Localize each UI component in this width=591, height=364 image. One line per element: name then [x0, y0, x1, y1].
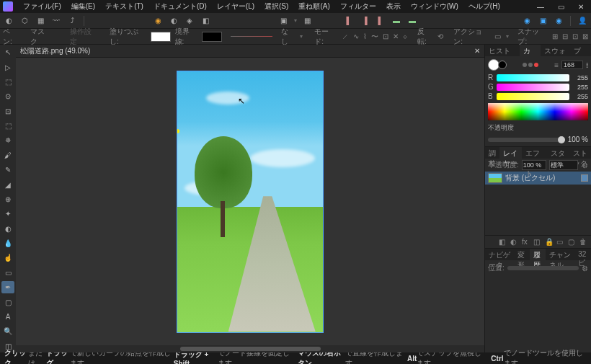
hex-input[interactable] — [561, 61, 583, 69]
crop-preset-icon[interactable]: ◧ — [200, 15, 211, 27]
tab-channels[interactable]: チャンネル — [546, 249, 574, 260]
mode-icon2[interactable]: ∿ — [353, 32, 359, 40]
tab-color[interactable]: カラー — [520, 45, 541, 56]
minimize-button[interactable]: — — [533, 3, 548, 11]
action-icon[interactable]: ▭ — [494, 32, 501, 40]
color-wheel-icon[interactable]: ◉ — [152, 15, 164, 27]
hue-strip[interactable] — [488, 103, 588, 120]
export-persona-icon[interactable]: ⤴ — [66, 15, 78, 27]
snap-icon2[interactable]: ⊟ — [562, 32, 568, 40]
horizontal-scrollbar[interactable] — [16, 345, 484, 352]
opacity-slider[interactable] — [488, 138, 565, 142]
mode-icon6[interactable]: ✕ — [393, 32, 399, 40]
viewport[interactable]: ↖ — [16, 58, 484, 345]
r-slider[interactable] — [497, 74, 569, 81]
eyedropper-icon[interactable]: ⁞ — [586, 61, 588, 69]
develop-persona-icon[interactable]: ▦ — [35, 15, 46, 27]
inpaint-tool[interactable]: ✦ — [1, 208, 14, 220]
history-settings-icon[interactable]: ⚙ — [582, 265, 588, 272]
b-slider[interactable] — [497, 93, 569, 100]
brush-tool[interactable]: ✎ — [1, 164, 14, 176]
marquee-tool[interactable]: ⬚ — [1, 120, 14, 132]
zoom-tool[interactable]: 🔍 — [1, 325, 14, 337]
clone-tool[interactable]: ⊕ — [1, 193, 14, 205]
help-icon[interactable]: ◉ — [553, 15, 564, 27]
tab-brush[interactable]: ブラシ — [570, 45, 591, 56]
border-swatch[interactable] — [202, 32, 221, 42]
liquify-persona-icon[interactable]: ⬡ — [19, 15, 30, 27]
lock-icon[interactable]: 🔒 — [545, 238, 554, 247]
arrange-icon[interactable]: ▣ — [277, 15, 289, 27]
layer-visibility-toggle[interactable] — [581, 174, 588, 182]
smudge-tool[interactable]: ☝ — [1, 252, 14, 264]
mode-icon[interactable]: ⟋ — [342, 32, 349, 40]
mode-icon7[interactable]: ⟐ — [403, 32, 407, 40]
adjust-layer-icon[interactable]: ◐ — [510, 238, 519, 247]
crop-tool[interactable]: ⊡ — [1, 105, 14, 117]
menu-edit[interactable]: 編集(E) — [67, 0, 99, 13]
snap-icon3[interactable]: ⊡ — [572, 32, 578, 40]
menu-document[interactable]: ドキュメント(D) — [149, 0, 211, 13]
assistant-icon[interactable]: ◉ — [521, 15, 533, 27]
node-handle[interactable] — [177, 129, 179, 133]
tone-persona-icon[interactable]: 〰 — [50, 15, 62, 27]
align-right-icon[interactable]: ▌ — [375, 15, 386, 27]
layer-item[interactable]: 背景 (ピクセル) — [485, 172, 591, 185]
menu-help[interactable]: ヘルプ(H) — [464, 0, 505, 13]
add-layer-icon[interactable]: ▢ — [568, 238, 577, 247]
tab-swatch[interactable]: スウォッチ — [541, 45, 570, 56]
account-icon[interactable]: 👤 — [577, 15, 588, 27]
node-tool[interactable]: ▷ — [1, 61, 14, 73]
adjust-icon[interactable]: ◈ — [184, 15, 195, 27]
background-color[interactable] — [498, 61, 507, 69]
art-text-tool[interactable]: ⬚ — [1, 76, 14, 88]
tab-32bit[interactable]: 32ビ — [574, 249, 591, 260]
document-tab[interactable]: 松陽道路.png (49.0%) ✕ — [16, 45, 484, 58]
tab-history[interactable]: 履歴 — [530, 249, 546, 260]
menu-arrange[interactable]: 重ね順(A) — [294, 0, 334, 13]
shape-tool[interactable]: ▢ — [1, 296, 14, 308]
color-mode-dots[interactable] — [523, 63, 538, 67]
mode-icon4[interactable]: 〜 — [371, 32, 378, 42]
align-center-icon[interactable]: ▐ — [359, 15, 370, 27]
tab-histogram[interactable]: ヒストグラム — [485, 45, 520, 56]
tab-transform[interactable]: 変形 — [514, 249, 530, 260]
selection-brush-tool[interactable]: 🖌 — [1, 149, 14, 161]
close-button[interactable]: ✕ — [574, 3, 588, 11]
layer-menu-icon[interactable]: ⚙ — [582, 161, 588, 169]
photo-persona-icon[interactable]: ◐ — [3, 15, 14, 27]
align-left-icon[interactable]: ▌ — [343, 15, 355, 27]
dodge-tool[interactable]: ◐ — [1, 223, 14, 235]
group-icon[interactable]: ▭ — [556, 238, 565, 247]
stock-icon[interactable]: ▣ — [537, 15, 548, 27]
menu-file[interactable]: ファイル(F) — [19, 0, 66, 13]
fill-swatch[interactable] — [151, 32, 170, 42]
tab-navigator[interactable]: ナビゲータ — [485, 249, 514, 260]
mode-icon3[interactable]: ⌇ — [363, 32, 367, 40]
tab-effects[interactable]: エフェクト — [522, 147, 548, 159]
blend-icon[interactable]: ◫ — [533, 238, 542, 247]
stroke-preview[interactable] — [231, 36, 272, 37]
history-slider[interactable] — [507, 266, 579, 270]
distribute-h-icon[interactable]: ▬ — [391, 15, 402, 27]
menu-view[interactable]: 表示 — [382, 0, 405, 13]
move-tool[interactable]: ↖ — [1, 46, 14, 58]
color-picker-tool[interactable]: ⊙ — [1, 90, 14, 102]
blend-mode-select[interactable] — [549, 160, 578, 170]
snap-icon[interactable]: ⊞ — [552, 32, 558, 40]
maximize-button[interactable]: ▭ — [554, 3, 568, 11]
menu-window[interactable]: ウィンドウ(W) — [406, 0, 463, 13]
blur-tool[interactable]: 💧 — [1, 237, 14, 249]
menu-text[interactable]: テキスト(T) — [101, 0, 148, 13]
flood-select-tool[interactable]: ✵ — [1, 134, 14, 146]
tab-stock[interactable]: ストック — [569, 147, 591, 159]
eraser-tool[interactable]: ◢ — [1, 178, 14, 190]
layer-opacity-input[interactable] — [522, 160, 546, 170]
menu-select[interactable]: 選択(S) — [260, 0, 293, 13]
tab-layers[interactable]: レイヤー — [499, 147, 521, 159]
gradient-tool[interactable]: ▭ — [1, 267, 14, 279]
pen-tool[interactable]: ✒ — [1, 281, 14, 293]
grid-icon[interactable]: ▦ — [301, 15, 313, 27]
g-slider[interactable] — [497, 84, 569, 91]
menu-layer[interactable]: レイヤー(L) — [213, 0, 259, 13]
